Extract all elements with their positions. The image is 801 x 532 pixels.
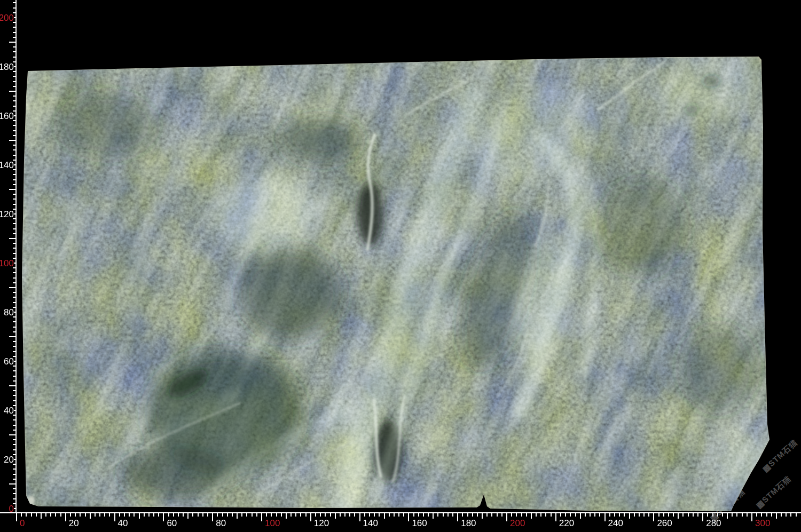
screenshot-root: { "image": { "width": 1500, "height": 99…: [0, 0, 801, 532]
slab-scan-image: ▦STM石猫▦STM石猫▦STM石猫: [0, 0, 801, 532]
h-ruler-label: 20: [69, 518, 79, 528]
v-ruler-label: 200: [0, 13, 14, 23]
v-ruler-label: 120: [0, 209, 14, 219]
h-ruler-label: 260: [657, 518, 672, 528]
h-ruler-label: 140: [363, 518, 378, 528]
h-ruler-label: 220: [559, 518, 574, 528]
h-ruler-label: 300: [755, 518, 770, 528]
v-ruler-label: 80: [4, 307, 14, 317]
slab-scan-viewport: ▦STM石猫▦STM石猫▦STM石猫: [0, 0, 801, 532]
h-ruler-label: 160: [412, 518, 427, 528]
v-ruler-label: 140: [0, 160, 14, 170]
v-ruler-label: 160: [0, 111, 14, 121]
v-ruler-label: 20: [4, 455, 14, 465]
v-ruler-label: 180: [0, 62, 14, 72]
h-ruler-label: 100: [265, 518, 280, 528]
stone-slab: [0, 0, 801, 532]
v-ruler-label: 40: [4, 406, 14, 416]
h-ruler-label: 60: [167, 518, 177, 528]
h-ruler-label: 80: [216, 518, 226, 528]
h-ruler-label: 200: [510, 518, 525, 528]
h-ruler-label: 0: [20, 518, 25, 528]
h-ruler-label: 180: [461, 518, 476, 528]
v-ruler-label: 0: [9, 504, 14, 514]
h-ruler-label: 240: [608, 518, 623, 528]
v-ruler-label: 100: [0, 258, 14, 268]
h-ruler-label: 40: [118, 518, 128, 528]
v-ruler-label: 60: [4, 356, 14, 367]
h-ruler-label: 280: [706, 518, 721, 528]
h-ruler-label: 120: [314, 518, 329, 528]
